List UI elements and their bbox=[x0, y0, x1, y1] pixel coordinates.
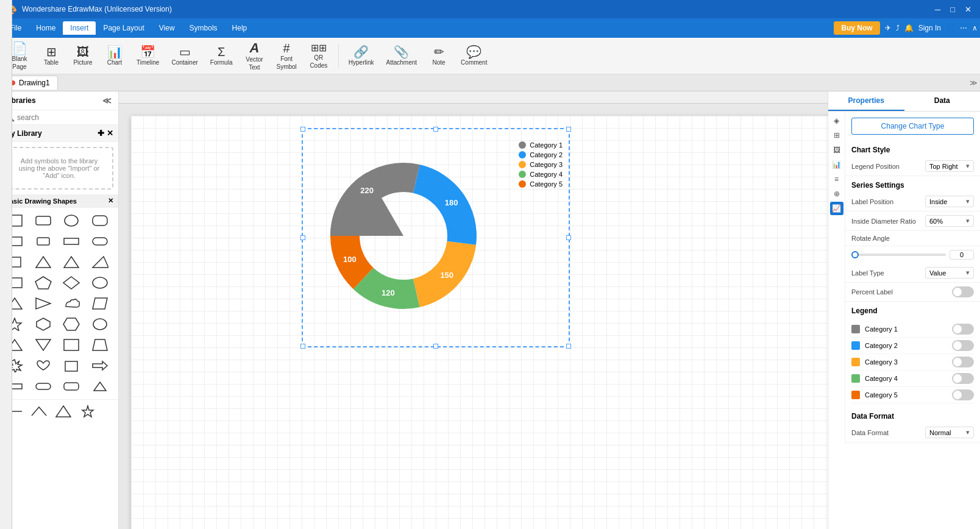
menu-help[interactable]: Help bbox=[225, 21, 255, 35]
shape-rect-3[interactable] bbox=[60, 336, 82, 354]
toolbar-vector-text[interactable]: A Vector Text bbox=[240, 40, 269, 72]
panel-icon-connect[interactable]: ⊕ bbox=[830, 187, 843, 201]
shape-rounded-rect-2[interactable] bbox=[32, 232, 54, 250]
shape-ellipse[interactable] bbox=[89, 274, 111, 292]
menu-page-layout[interactable]: Page Layout bbox=[96, 21, 151, 35]
library-close-icon[interactable]: ✕ bbox=[107, 129, 113, 138]
my-library-header[interactable]: My Library ✚ ✕ bbox=[0, 125, 118, 142]
toolbar-formula[interactable]: Σ Formula bbox=[205, 40, 238, 72]
shape-tri-outline[interactable] bbox=[52, 402, 74, 421]
label-position-dropdown[interactable]: Inside ▾ bbox=[925, 196, 974, 207]
panel-icon-table[interactable]: ≡ bbox=[830, 172, 843, 186]
toolbar-note[interactable]: ✏ Note bbox=[424, 40, 453, 72]
panel-icon-data[interactable]: 📊 bbox=[830, 158, 843, 171]
shape-triangle-2[interactable] bbox=[60, 253, 82, 271]
legend-cat3-toggle[interactable] bbox=[952, 357, 974, 367]
shape-tri-6[interactable] bbox=[32, 336, 54, 354]
legend-position-dropdown[interactable]: Top Right ▾ bbox=[925, 160, 974, 172]
buy-now-button[interactable]: Buy Now bbox=[834, 21, 879, 35]
handle-ml[interactable] bbox=[300, 235, 305, 240]
shape-triangle-1[interactable] bbox=[32, 253, 54, 271]
handle-tr[interactable] bbox=[566, 127, 571, 132]
panel-icon-style[interactable]: ◈ bbox=[830, 114, 843, 127]
menu-insert[interactable]: Insert bbox=[63, 21, 96, 35]
shape-circle[interactable] bbox=[60, 211, 82, 230]
rotate-angle-value[interactable]: 0 bbox=[950, 250, 974, 260]
shape-stadium-2[interactable] bbox=[32, 377, 54, 396]
shape-tri-small[interactable] bbox=[89, 377, 111, 396]
data-format-dropdown[interactable]: Normal ▾ bbox=[925, 427, 974, 438]
handle-bc[interactable] bbox=[433, 344, 438, 349]
user-icon[interactable]: 👤 bbox=[946, 24, 955, 32]
toolbar-comment[interactable]: 💬 Comment bbox=[456, 40, 492, 72]
legend-cat5-toggle[interactable] bbox=[952, 389, 974, 400]
tab-properties[interactable]: Properties bbox=[828, 91, 904, 111]
shape-heart[interactable] bbox=[32, 357, 54, 375]
label-type-dropdown[interactable]: Value ▾ bbox=[925, 267, 974, 279]
toolbar-picture[interactable]: 🖼 Picture bbox=[68, 40, 98, 72]
toolbar-attachment[interactable]: 📎 Attachment bbox=[382, 40, 422, 72]
shape-pentagon[interactable] bbox=[32, 274, 54, 292]
change-chart-type-button[interactable]: Change Chart Type bbox=[851, 118, 974, 135]
toolbar-container[interactable]: ▭ Container bbox=[166, 40, 202, 72]
shape-rounded-wide[interactable] bbox=[60, 377, 82, 396]
toolbar-chart[interactable]: 📊 Chart bbox=[100, 40, 129, 72]
legend-cat4-toggle[interactable] bbox=[952, 373, 974, 384]
shape-rectangle-2[interactable] bbox=[32, 211, 54, 230]
basic-shapes-header[interactable]: Basic Drawing Shapes ✕ bbox=[0, 194, 118, 208]
handle-br[interactable] bbox=[566, 344, 571, 349]
percent-label-toggle[interactable] bbox=[952, 286, 974, 297]
shape-rhombus[interactable] bbox=[60, 274, 82, 292]
panel-icon-chart[interactable]: 📈 bbox=[830, 202, 843, 215]
minimize-button[interactable]: ─ bbox=[931, 4, 944, 15]
canvas-content[interactable]: 220 180 150 120 100 Category 1 bbox=[119, 104, 828, 529]
inside-diameter-dropdown[interactable]: 60% ▾ bbox=[925, 215, 974, 227]
toolbar-qr-codes[interactable]: ⊞⊞ QR Codes bbox=[304, 40, 333, 72]
shape-cloud[interactable] bbox=[60, 294, 82, 313]
basic-shapes-close-icon[interactable]: ✕ bbox=[108, 197, 113, 205]
shape-wide-rect[interactable] bbox=[60, 232, 82, 250]
legend-cat2-toggle[interactable] bbox=[952, 340, 974, 351]
send-icon[interactable]: ✈ bbox=[885, 24, 891, 32]
rotate-angle-track[interactable] bbox=[851, 254, 946, 256]
shape-circle-2[interactable] bbox=[89, 315, 111, 333]
shape-trapezoid[interactable] bbox=[89, 336, 111, 354]
chart-container[interactable]: 220 180 150 120 100 Category 1 bbox=[302, 128, 570, 347]
handle-bl[interactable] bbox=[300, 344, 305, 349]
menu-view[interactable]: View bbox=[152, 21, 182, 35]
toolbar-table[interactable]: ⊞ Table bbox=[37, 40, 66, 72]
sidebar-collapse-icon[interactable]: ≪ bbox=[101, 95, 113, 106]
shape-triangle-3[interactable] bbox=[89, 253, 111, 271]
library-add-icon[interactable]: ✚ bbox=[98, 129, 104, 138]
collapse-icon[interactable]: ∧ bbox=[972, 24, 978, 32]
shape-tri-right[interactable] bbox=[32, 294, 54, 313]
shape-hexagon-2[interactable] bbox=[60, 315, 82, 333]
menu-symbols[interactable]: Symbols bbox=[182, 21, 225, 35]
toolbar-timeline[interactable]: 📅 Timeline bbox=[132, 40, 164, 72]
notification-icon[interactable]: 🔔 bbox=[904, 24, 914, 32]
toolbar-hyperlink[interactable]: 🔗 Hyperlink bbox=[344, 40, 379, 72]
search-input[interactable] bbox=[17, 113, 113, 122]
shape-angled-line[interactable] bbox=[28, 402, 50, 421]
menu-home[interactable]: Home bbox=[29, 21, 63, 35]
maximize-button[interactable]: □ bbox=[946, 4, 959, 15]
sign-in[interactable]: Sign In bbox=[918, 24, 941, 32]
shape-square[interactable] bbox=[60, 357, 82, 375]
handle-mr[interactable] bbox=[566, 235, 571, 240]
panel-icon-picture[interactable]: 🖼 bbox=[830, 143, 843, 157]
share-icon[interactable]: ⤴ bbox=[896, 24, 900, 32]
shape-arrow[interactable] bbox=[89, 357, 111, 375]
rotate-angle-thumb[interactable] bbox=[851, 251, 859, 258]
legend-cat1-toggle[interactable] bbox=[952, 324, 974, 335]
more-icon[interactable]: ⋯ bbox=[960, 24, 967, 32]
shape-rounded-rect[interactable] bbox=[89, 211, 111, 230]
shape-parallelogram-2[interactable] bbox=[89, 294, 111, 313]
shape-star-small[interactable] bbox=[77, 402, 99, 421]
toolbar-font-symbol[interactable]: # Font Symbol bbox=[271, 40, 301, 72]
panel-collapse-icon[interactable]: ≫ bbox=[970, 79, 978, 87]
close-button[interactable]: ✕ bbox=[961, 4, 975, 15]
panel-icon-grid[interactable]: ⊞ bbox=[830, 129, 843, 142]
handle-tc[interactable] bbox=[433, 127, 438, 132]
tab-data[interactable]: Data bbox=[904, 91, 981, 111]
shape-stadium[interactable] bbox=[89, 232, 111, 250]
